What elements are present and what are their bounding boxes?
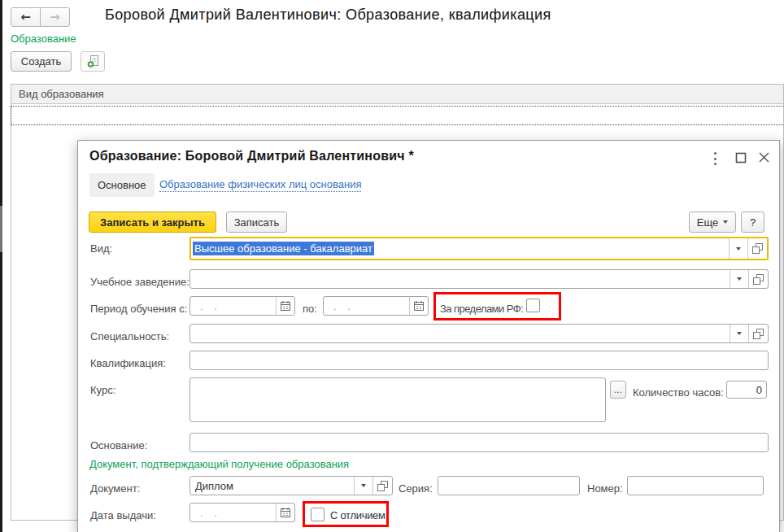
kind-dropdown-button[interactable]: [730, 238, 747, 259]
table-column-header[interactable]: Вид образования: [11, 85, 783, 104]
open-icon: [752, 243, 763, 254]
dropdown-arrow-icon: [736, 247, 741, 251]
open-icon: [753, 329, 764, 339]
hours-label: Количество часов:: [633, 386, 724, 399]
specialty-dropdown-button[interactable]: [730, 325, 748, 342]
series-label: Серия:: [399, 482, 433, 495]
copy-document-icon: [86, 55, 100, 68]
copy-item-button[interactable]: [81, 51, 105, 72]
section-link-education[interactable]: Образование: [11, 33, 76, 45]
institution-label: Учебное заведение:: [90, 276, 189, 288]
qualification-label: Квалификация:: [90, 357, 166, 369]
open-icon: [753, 274, 764, 285]
nav-back-button[interactable]: ←: [11, 7, 41, 27]
tab-link-education-basis[interactable]: Образование физических лиц основания: [159, 178, 361, 192]
issue-date-input[interactable]: . .: [189, 503, 295, 522]
institution-open-button[interactable]: [749, 270, 768, 288]
number-label: Номер:: [587, 482, 623, 495]
create-button[interactable]: Создать: [11, 51, 72, 72]
institution-input[interactable]: [189, 269, 769, 289]
education-dialog: Образование: Боровой Дмитрий Валентинови…: [77, 140, 780, 532]
calendar-icon: [413, 300, 425, 312]
help-button[interactable]: ?: [741, 211, 764, 233]
specialty-open-button[interactable]: [749, 325, 768, 342]
more-dropdown-arrow-icon: [723, 220, 728, 224]
honors-annotation-rectangle: [303, 501, 389, 527]
document-group-title: Документ, подтверждающий получение образ…: [89, 458, 349, 470]
series-input[interactable]: [438, 476, 580, 495]
basis-input[interactable]: [189, 433, 769, 452]
number-input[interactable]: [627, 476, 764, 495]
screen-left-edge: [0, 0, 2, 532]
more-button[interactable]: Еще: [689, 211, 736, 233]
document-open-button[interactable]: [373, 477, 392, 495]
calendar-icon: [280, 507, 291, 518]
nav-forward-button[interactable]: →: [40, 7, 70, 27]
course-select-button[interactable]: ...: [610, 381, 626, 399]
kind-input[interactable]: Высшее образование - бакалавриат: [189, 237, 769, 260]
dropdown-arrow-icon: [737, 332, 742, 335]
hours-input[interactable]: 0: [726, 381, 767, 399]
save-button[interactable]: Записать: [226, 211, 287, 233]
dialog-title: Образование: Боровой Дмитрий Валентинови…: [89, 149, 414, 164]
kind-open-button[interactable]: [748, 238, 767, 259]
open-icon: [377, 481, 388, 491]
back-arrow-icon: ←: [20, 10, 31, 24]
document-dropdown-button[interactable]: [355, 477, 372, 495]
page-title: Боровой Дмитрий Валентинович: Образовани…: [105, 7, 551, 24]
forward-arrow-icon: →: [50, 10, 60, 24]
dropdown-arrow-icon: [737, 277, 742, 281]
institution-dropdown-button[interactable]: [730, 270, 748, 288]
period-to-input[interactable]: . .: [323, 296, 429, 316]
dropdown-arrow-icon: [361, 484, 366, 487]
table-empty-row-cursor[interactable]: [11, 106, 784, 125]
close-icon[interactable]: [758, 151, 771, 164]
screen-left-edge-highlight: [0, 206, 2, 252]
period-to-label: по:: [303, 303, 317, 315]
tab-main[interactable]: Основное: [89, 173, 155, 197]
qualification-input[interactable]: [189, 351, 769, 370]
kind-selected-text: Высшее образование - бакалавриат: [193, 242, 374, 255]
document-label: Документ:: [90, 482, 140, 495]
issue-date-calendar-button[interactable]: [277, 504, 294, 521]
maximize-icon[interactable]: [735, 152, 747, 164]
basis-label: Основание:: [90, 439, 147, 451]
course-label: Курс:: [90, 384, 115, 396]
outside-rf-annotation-rectangle: [433, 292, 561, 321]
kind-label: Вид:: [90, 242, 112, 255]
save-and-close-button[interactable]: Записать и закрыть: [89, 211, 216, 233]
specialty-label: Специальность:: [90, 330, 169, 342]
document-input[interactable]: Диплом: [189, 476, 393, 495]
calendar-icon: [280, 300, 291, 312]
specialty-input[interactable]: [189, 324, 769, 343]
issue-date-label: Дата выдачи:: [90, 509, 156, 521]
period-to-calendar-button[interactable]: [410, 297, 428, 315]
period-from-input[interactable]: . .: [189, 296, 295, 316]
period-from-calendar-button[interactable]: [277, 297, 294, 315]
period-label: Период обучения с:: [90, 303, 187, 315]
dialog-menu-icon[interactable]: [712, 152, 717, 165]
course-textarea[interactable]: [189, 377, 606, 422]
